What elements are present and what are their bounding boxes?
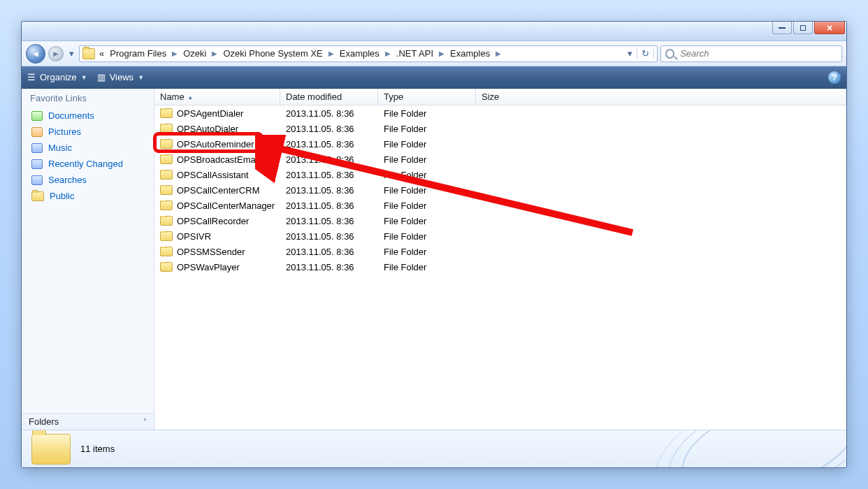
file-name: OPSAgentDialer <box>177 108 243 119</box>
folder-icon <box>160 247 173 256</box>
file-type: File Folder <box>378 124 476 134</box>
folders-panel-toggle[interactable]: Folders ˄ <box>22 413 154 430</box>
column-header-date[interactable]: Date modified <box>280 89 378 105</box>
sidebar-item[interactable]: Searches <box>22 172 154 188</box>
file-list-panel: Name▴ Date modified Type Size OPSAgentDi… <box>154 89 846 430</box>
back-button[interactable]: ◄ <box>26 44 45 64</box>
column-header-type[interactable]: Type <box>378 89 476 105</box>
file-type: File Folder <box>378 231 476 242</box>
file-name: OPSAutoDialer <box>177 124 238 134</box>
views-button[interactable]: ▥ Views ▼ <box>97 72 144 82</box>
help-icon: ? <box>832 72 837 82</box>
file-date: 2013.11.05. 8:36 <box>280 154 378 165</box>
breadcrumb-overflow[interactable]: « <box>98 48 106 59</box>
table-row[interactable]: OPSAgentDialer2013.11.05. 8:36File Folde… <box>154 105 846 121</box>
titlebar: × <box>22 22 846 41</box>
column-header-name[interactable]: Name▴ <box>154 89 280 105</box>
sidebar-item[interactable]: Pictures <box>22 124 154 140</box>
favorites-header: Favorite Links <box>22 89 154 108</box>
file-name: OPSCallAssistant <box>177 170 249 180</box>
column-headers: Name▴ Date modified Type Size <box>154 89 846 105</box>
file-type: File Folder <box>378 139 476 149</box>
sidebar-item[interactable]: Documents <box>22 108 154 124</box>
refresh-button[interactable]: ↻ <box>637 48 654 59</box>
folder-icon <box>31 434 71 465</box>
arrow-left-icon: ◄ <box>31 49 40 59</box>
breadcrumb[interactable]: Examples <box>338 48 381 59</box>
sidebar-item-label: Recently Changed <box>48 159 123 169</box>
file-name: OPSCallCenterCRM <box>177 185 259 196</box>
content-area: Favorite Links DocumentsPicturesMusicRec… <box>22 89 846 430</box>
folder-icon <box>160 231 173 241</box>
sidebar-item-label: Documents <box>48 110 94 121</box>
breadcrumb[interactable]: Ozeki <box>182 48 208 59</box>
file-date: 2013.11.05. 8:36 <box>280 108 378 119</box>
file-date: 2013.11.05. 8:36 <box>280 262 378 272</box>
favorite-icon <box>31 111 43 121</box>
table-row[interactable]: OPSAutoDialer2013.11.05. 8:36File Folder <box>154 121 846 136</box>
chevron-right-icon: ▶ <box>437 50 446 57</box>
table-row[interactable]: OPSIVR2013.11.05. 8:36File Folder <box>154 228 846 244</box>
folder-icon <box>160 216 173 226</box>
folder-icon <box>160 262 173 272</box>
organize-button[interactable]: ☰ Organize ▼ <box>27 72 87 82</box>
folder-icon <box>160 154 173 164</box>
favorite-icon <box>31 127 43 137</box>
address-bar[interactable]: « Program Files▶ Ozeki▶ Ozeki Phone Syst… <box>79 45 658 62</box>
organize-icon: ☰ <box>27 72 36 82</box>
sidebar-item[interactable]: Music <box>22 140 154 156</box>
maximize-icon <box>800 25 806 31</box>
file-name: OPSCallCenterManager <box>177 200 275 211</box>
breadcrumb[interactable]: Ozeki Phone System XE <box>222 48 324 59</box>
table-row[interactable]: OPSCallCenterCRM2013.11.05. 8:36File Fol… <box>154 182 846 198</box>
table-row[interactable]: OPSBroadcastEmail2013.11.05. 8:36File Fo… <box>154 152 846 167</box>
favorite-icon <box>31 175 43 185</box>
table-row[interactable]: OPSSMSSender2013.11.05. 8:36File Folder <box>154 244 846 259</box>
file-name: OPSIVR <box>177 231 211 242</box>
chevron-down-icon: ▾ <box>69 48 74 59</box>
sidebar-item[interactable]: Recently Changed <box>22 156 154 172</box>
table-row[interactable]: OPSCallAssistant2013.11.05. 8:36File Fol… <box>154 167 846 182</box>
folder-icon <box>160 124 173 133</box>
maximize-button[interactable] <box>793 22 813 34</box>
file-rows: OPSAgentDialer2013.11.05. 8:36File Folde… <box>154 105 846 430</box>
table-row[interactable]: OPSWavPlayer2013.11.05. 8:36File Folder <box>154 259 846 275</box>
search-box[interactable] <box>660 45 842 62</box>
table-row[interactable]: OPSCallCenterManager2013.11.05. 8:36File… <box>154 198 846 213</box>
status-bar: 11 items <box>22 430 846 467</box>
col-size-label: Size <box>482 92 499 102</box>
decorative-swoosh <box>639 430 846 467</box>
breadcrumb[interactable]: .NET API <box>395 48 435 59</box>
table-row[interactable]: OPSAutoReminder2013.11.05. 8:36File Fold… <box>154 136 846 152</box>
table-row[interactable]: OPSCallRecorder2013.11.05. 8:36File Fold… <box>154 213 846 228</box>
folder-icon <box>160 170 173 180</box>
close-icon: × <box>827 23 832 33</box>
nav-history-dropdown[interactable]: ▾ <box>66 48 76 59</box>
forward-button[interactable]: ► <box>48 46 64 61</box>
sidebar-item-label: Public <box>50 191 74 201</box>
chevron-right-icon: ▶ <box>327 50 335 57</box>
breadcrumb[interactable]: Examples <box>449 48 491 59</box>
file-type: File Folder <box>378 170 476 180</box>
sidebar-item-label: Music <box>48 143 72 153</box>
minimize-icon <box>779 27 786 29</box>
chevron-down-icon: ▼ <box>138 74 144 81</box>
column-header-size[interactable]: Size <box>476 89 846 105</box>
help-button[interactable]: ? <box>828 71 841 84</box>
folder-icon <box>82 48 95 59</box>
file-type: File Folder <box>378 154 476 165</box>
organize-label: Organize <box>40 72 77 82</box>
address-dropdown[interactable]: ▾ <box>623 48 637 59</box>
breadcrumb[interactable]: Program Files <box>108 48 168 59</box>
close-button[interactable]: × <box>814 22 845 34</box>
file-date: 2013.11.05. 8:36 <box>280 216 378 226</box>
sidebar-item-label: Searches <box>48 175 87 185</box>
col-name-label: Name <box>160 92 185 102</box>
minimize-button[interactable] <box>772 22 792 34</box>
sort-asc-icon: ▴ <box>189 94 192 101</box>
sidebar-item[interactable]: Public <box>22 188 154 204</box>
sidebar-item-label: Pictures <box>48 126 81 137</box>
file-type: File Folder <box>378 247 476 257</box>
search-input[interactable] <box>679 48 837 59</box>
file-date: 2013.11.05. 8:36 <box>280 185 378 196</box>
